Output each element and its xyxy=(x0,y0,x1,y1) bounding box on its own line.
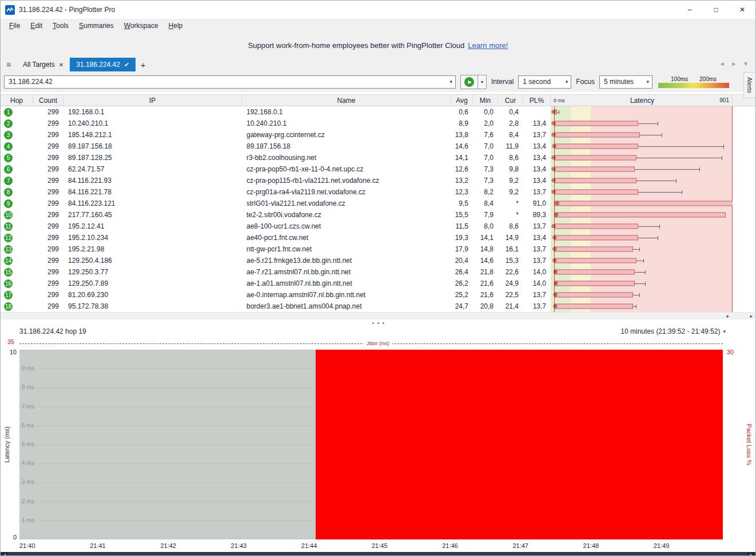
header-count[interactable]: Count xyxy=(33,95,63,106)
latency-scale-max: 901 xyxy=(719,97,729,103)
table-row[interactable]: 1299192.168.0.1192.168.0.10,60,00,4⊗ xyxy=(1,106,755,118)
time-graph[interactable]: 10 0 Latency (ms) 9 ms8 ms7 ms6 ms5 ms4 … xyxy=(1,349,755,541)
table-row[interactable]: 929984.116.223.121strlG01-vla2121.net.vo… xyxy=(1,198,755,209)
table-row[interactable]: 14299129.250.4.186ae-5.r21.frnkge13.de.b… xyxy=(1,255,755,266)
graph-scrollbar[interactable]: ◄ ► xyxy=(1,552,755,556)
time-range-label: 10 minutes (21:39:52 - 21:49:52) xyxy=(620,327,720,335)
trace-options-dropdown[interactable]: ▾ xyxy=(478,75,487,89)
min-cell: 7,3 xyxy=(473,177,498,185)
maximize-button[interactable]: □ xyxy=(703,1,729,19)
menu-item-file[interactable]: File xyxy=(4,21,25,31)
scroll-left-icon[interactable]: ◄ xyxy=(3,552,7,556)
target-address-combobox[interactable]: 31.186.224.42 ▾ xyxy=(4,75,456,89)
name-cell: cz-pra-pop50-rb1-xe-11-0-4.net.upc.cz xyxy=(242,165,451,173)
start-trace-button[interactable]: ▶ xyxy=(460,75,478,89)
table-row[interactable]: 3299185.148.212.1gateway-prg.ccinternet.… xyxy=(1,129,755,141)
table-row[interactable]: 11299195.2.12.41ae8-100-ucr1.czs.cw.net1… xyxy=(1,221,755,232)
table-row[interactable]: 229910.240.210.110.240.210.18,92,02,813,… xyxy=(1,118,755,129)
header-latency[interactable]: 0 ms Latency 901 xyxy=(551,95,733,106)
menu-item-summaries[interactable]: Summaries xyxy=(74,21,119,31)
alerts-side-tab[interactable]: Alerts xyxy=(743,72,755,98)
tab-bar: ≡ All Targets ✕ 31.186.224.42 ✔ + ◄ ► ▼ xyxy=(1,58,755,71)
plot-area[interactable]: 9 ms8 ms7 ms6 ms5 ms4 ms3 ms2 ms1 ms xyxy=(19,350,723,539)
latency-bar xyxy=(555,293,633,298)
pl-cell: 13,4 xyxy=(523,234,551,242)
gridline-label: 3 ms xyxy=(22,479,34,485)
tab-all-targets[interactable]: All Targets ✕ xyxy=(17,58,70,71)
latency-bar xyxy=(555,235,638,241)
current-marker-icon: ⊗ xyxy=(551,155,556,161)
cur-cell: 14,9 xyxy=(498,234,523,242)
table-row[interactable]: 12299195.2.10.234ae40-pcr1.fnt.cw.net19,… xyxy=(1,232,755,243)
new-tab-button[interactable]: + xyxy=(136,58,150,71)
header-hop[interactable]: Hop xyxy=(1,95,33,106)
learn-more-link[interactable]: Learn more! xyxy=(468,41,508,50)
current-marker-icon: ⊗ xyxy=(553,292,558,298)
current-marker-icon: ⊗ xyxy=(551,178,556,183)
table-row[interactable]: 10299217.77.160.45te2-2.sitr00i.vodafone… xyxy=(1,209,755,221)
pl-cell: 13,4 xyxy=(523,142,551,150)
minimize-button[interactable]: – xyxy=(677,1,703,19)
current-marker-icon: ⊗ xyxy=(551,189,556,195)
legend-gradient-bar xyxy=(658,83,729,88)
pl-cell: 89,3 xyxy=(523,211,551,219)
table-row[interactable]: 529989.187.128.25r3-bb2.coolhousing.net1… xyxy=(1,152,755,163)
scroll-right-icon[interactable]: ▸ xyxy=(750,313,753,320)
tab-scroll-arrows[interactable]: ◄ ► ▼ xyxy=(719,61,751,67)
menu-item-help[interactable]: Help xyxy=(164,21,188,31)
graph-edge-line xyxy=(732,266,733,278)
menu-item-workspace[interactable]: Workspace xyxy=(119,21,164,31)
graph-edge-line xyxy=(732,118,733,129)
pane-splitter-handle[interactable] xyxy=(1,319,755,326)
pl-cell: 14,0 xyxy=(523,268,551,276)
jitter-max-label: 35 xyxy=(7,338,14,345)
count-cell: 299 xyxy=(33,154,63,162)
table-row[interactable]: 1729981.20.69.230ae-0.internap.amstnl07.… xyxy=(1,289,755,301)
table-row[interactable]: 16299129.250.7.89ae-1.a01.amstnl07.nl.bb… xyxy=(1,278,755,289)
min-cell: 7,3 xyxy=(473,165,498,173)
hop-cell: 1 xyxy=(1,108,33,117)
name-cell: border3.ae1-bbnet1.ams004.pnap.net xyxy=(242,302,451,310)
table-row[interactable]: 729984.116.221.93cz-pra-pop115-rb1-vla21… xyxy=(1,175,755,186)
gridline-label: 8 ms xyxy=(22,384,34,390)
hop-cell: 3 xyxy=(1,131,33,139)
scroll-right-icon[interactable]: ► xyxy=(749,552,753,556)
menu-item-edit[interactable]: Edit xyxy=(25,21,47,31)
pl-cell: 13,4 xyxy=(523,119,551,127)
name-cell: strlG01-vla2121.net.vodafone.cz xyxy=(242,199,451,207)
table-row[interactable]: 13299195.2.21.98ntt-gw-pcr1.fnt.cw.net17… xyxy=(1,243,755,255)
focus-combobox[interactable]: 5 minutes ▾ xyxy=(599,75,652,89)
hamburger-icon[interactable]: ≡ xyxy=(1,58,17,71)
header-name[interactable]: Name xyxy=(242,95,451,106)
menu-item-tools[interactable]: Tools xyxy=(47,21,74,31)
interval-combobox[interactable]: 1 second ▾ xyxy=(518,75,571,89)
table-row[interactable]: 629962.24.71.57cz-pra-pop50-rb1-xe-11-0-… xyxy=(1,163,755,175)
cur-cell: 22,6 xyxy=(498,268,523,276)
graph-scrollbar-thumb[interactable] xyxy=(9,553,747,556)
cur-cell: 9,2 xyxy=(498,188,523,196)
pl-cell: 14,0 xyxy=(523,279,551,287)
table-row[interactable]: 829984.116.221.78cz-prg01a-ra4-vla2119.n… xyxy=(1,186,755,198)
header-min[interactable]: Min xyxy=(473,95,498,106)
header-ip[interactable]: IP xyxy=(63,95,242,106)
header-avg[interactable]: Avg xyxy=(451,95,473,106)
table-horizontal-scrollbar[interactable]: ▸ ▸ xyxy=(1,312,755,319)
hop-number-badge: 17 xyxy=(4,291,13,299)
table-row[interactable]: 429989.187.156.1889.187.156.1814,67,011,… xyxy=(1,141,755,152)
ip-cell: 81.20.69.230 xyxy=(63,291,242,299)
target-address-value: 31.186.224.42 xyxy=(9,78,53,86)
tab-target-active[interactable]: 31.186.224.42 ✔ xyxy=(70,58,136,71)
table-row[interactable]: 15299129.250.3.77ae-7.r21.amstnl07.nl.bb… xyxy=(1,266,755,278)
gridline-label: 1 ms xyxy=(22,517,34,523)
close-tab-icon[interactable]: ✕ xyxy=(59,62,63,68)
scroll-right-icon[interactable]: ▸ xyxy=(726,313,729,320)
table-row[interactable]: 1829995.172.78.38border3.ae1-bbnet1.ams0… xyxy=(1,301,755,312)
header-pl[interactable]: PL% xyxy=(523,95,551,106)
time-range-selector[interactable]: 10 minutes (21:39:52 - 21:49:52) ▾ xyxy=(620,327,755,335)
header-cur[interactable]: Cur xyxy=(498,95,523,106)
latency-bar xyxy=(555,133,640,138)
cur-cell: * xyxy=(498,211,523,219)
close-button[interactable]: ✕ xyxy=(729,1,755,19)
gridline-label: 4 ms xyxy=(22,460,34,466)
y-min-label: 0 xyxy=(1,534,17,541)
